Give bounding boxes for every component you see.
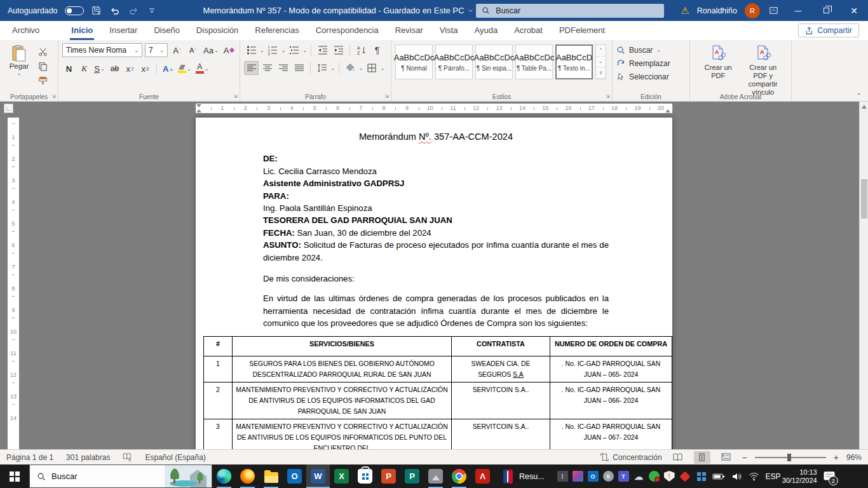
tray-badge-icon[interactable]: S <box>603 471 614 482</box>
cut-icon[interactable] <box>38 47 48 57</box>
bold-button[interactable]: N <box>62 62 76 76</box>
style-scroll-down-icon[interactable]: ⌄ <box>596 57 606 68</box>
close-button[interactable]: ✕ <box>840 0 868 21</box>
avatar[interactable]: R <box>745 3 760 18</box>
justify-button[interactable] <box>292 61 306 75</box>
bullets-button[interactable] <box>244 43 259 57</box>
tab-disposición[interactable]: Disposición <box>188 21 247 40</box>
tab-vista[interactable]: Vista <box>431 21 466 40</box>
tab-pdfelement[interactable]: PDFelement <box>551 21 613 40</box>
align-left-button[interactable] <box>244 61 259 75</box>
customize-quick-access-icon[interactable] <box>146 5 158 17</box>
tab-acrobat[interactable]: Acrobat <box>506 21 551 40</box>
change-case-button[interactable]: Aa⌄ <box>202 43 220 57</box>
scrollbar-thumb[interactable] <box>861 179 867 219</box>
tray-outlook-icon[interactable]: O <box>588 471 599 482</box>
create-pdf-button[interactable]: A Crear un PDF <box>699 45 738 97</box>
read-mode-button[interactable] <box>670 451 686 464</box>
word-count[interactable]: 301 palabras <box>66 453 110 462</box>
align-center-button[interactable] <box>260 61 275 75</box>
font-size-combo[interactable]: 7⌄ <box>145 43 168 57</box>
taskbar-app-publisher[interactable]: P <box>400 464 424 488</box>
tray-security-shield-icon[interactable]: ! <box>664 471 675 482</box>
right-indent-marker[interactable] <box>665 109 670 112</box>
taskbar-app-chrome[interactable] <box>447 464 471 488</box>
autosave-toggle[interactable] <box>65 6 84 15</box>
grow-font-button[interactable]: Aˆ <box>170 43 184 57</box>
styles-dialog-launcher-icon[interactable]: ⇲ <box>606 93 610 99</box>
text-effects-button[interactable]: A⌄ <box>161 62 175 76</box>
select-button[interactable]: Seleccionar <box>616 70 686 83</box>
zoom-level[interactable]: 96% <box>846 453 862 462</box>
search-highlight-image[interactable] <box>165 465 212 487</box>
font-family-combo[interactable]: Times New Roma⌄ <box>62 43 142 57</box>
underline-button[interactable]: S⌄ <box>93 62 106 76</box>
font-color-button[interactable]: A⌄ <box>194 62 210 76</box>
taskbar-app-photos[interactable] <box>424 464 447 488</box>
find-button[interactable]: Buscar⌄ <box>616 43 686 57</box>
tab-selector[interactable]: ∟ <box>4 104 13 113</box>
collapse-ribbon-icon[interactable]: ⌃ <box>857 92 862 99</box>
style-scroll-up-icon[interactable]: ⌃ <box>596 45 606 57</box>
borders-button[interactable] <box>364 61 379 75</box>
show-formatting-marks-button[interactable]: ¶ <box>370 43 384 57</box>
volume-icon[interactable] <box>731 471 742 482</box>
proofing-errors-icon[interactable] <box>123 452 132 462</box>
hanging-indent-marker[interactable] <box>196 109 201 112</box>
line-spacing-button[interactable] <box>315 61 329 75</box>
strikethrough-button[interactable]: ab <box>108 62 121 76</box>
horizontal-ruler[interactable]: 1234567891011121314151617181920 <box>196 104 672 113</box>
taskbar-app-file-explorer[interactable] <box>259 464 283 488</box>
numbering-button[interactable]: 123 <box>266 43 280 57</box>
language-tray-indicator[interactable]: ESP <box>766 472 781 481</box>
notification-center-button[interactable]: 2 <box>818 464 840 488</box>
user-name[interactable]: Ronaldhiño <box>697 6 737 15</box>
share-button[interactable]: Compartir <box>798 24 859 37</box>
tab-insertar[interactable]: Insertar <box>101 21 146 40</box>
zoom-slider-thumb[interactable] <box>787 454 791 461</box>
nba-icon[interactable] <box>503 470 513 484</box>
copy-icon[interactable] <box>38 62 48 71</box>
ribbon-display-options-icon[interactable] <box>768 5 779 17</box>
zoom-out-button[interactable]: − <box>742 452 747 463</box>
tab-referencias[interactable]: Referencias <box>247 21 307 40</box>
document-page[interactable]: Memorándum Nº. 357-AA-CCM-2024 DE:Lic. C… <box>196 118 672 449</box>
taskbar-window-label[interactable]: Resu... <box>519 472 545 481</box>
tray-film-icon[interactable] <box>573 471 583 482</box>
taskbar-app-acrobat[interactable]: Λ <box>471 464 494 488</box>
paragraph-dialog-launcher-icon[interactable]: ⇲ <box>384 93 389 99</box>
superscript-button[interactable]: x2 <box>139 62 152 76</box>
paste-button[interactable]: Pegar ⌄ <box>4 43 34 86</box>
style-card[interactable]: AaBbCcDc¶ Normal <box>395 44 433 79</box>
multilevel-list-button[interactable] <box>287 43 301 57</box>
tab-correspondencia[interactable]: Correspondencia <box>308 21 387 40</box>
taskbar-search[interactable]: Buscar <box>29 464 212 488</box>
zoom-in-button[interactable]: + <box>834 452 839 463</box>
highlight-button[interactable]: ⌄ <box>177 62 193 76</box>
style-card[interactable]: AaBbCcDc¶ Párrafo... <box>435 44 473 79</box>
blue-squares-icon[interactable] <box>697 472 706 481</box>
italic-button[interactable]: K <box>78 62 91 76</box>
replace-button[interactable]: Reemplazar <box>616 57 686 70</box>
taskbar-app-outlook[interactable]: O <box>283 464 306 488</box>
format-painter-icon[interactable] <box>38 76 48 86</box>
language-indicator[interactable]: Español (España) <box>145 453 205 462</box>
font-dialog-launcher-icon[interactable]: ⇲ <box>233 93 238 99</box>
clear-formatting-button[interactable]: A <box>222 43 236 57</box>
page-indicator[interactable]: Página 1 de 1 <box>6 453 53 462</box>
tab-diseño[interactable]: Diseño <box>146 21 187 40</box>
tab-ayuda[interactable]: Ayuda <box>466 21 506 40</box>
tray-onedrive-icon[interactable]: ☁ <box>634 471 644 482</box>
taskbar-app-excel[interactable]: X <box>330 464 353 488</box>
save-icon[interactable] <box>91 5 102 17</box>
taskbar-app-powerpoint[interactable]: P <box>377 464 400 488</box>
style-card[interactable]: AaBbCcDc¶ Table Pa... <box>515 44 553 79</box>
subscript-button[interactable]: x2 <box>123 62 137 76</box>
clipboard-dialog-launcher-icon[interactable]: ⇲ <box>51 93 56 99</box>
vertical-scrollbar[interactable] <box>859 102 868 449</box>
tray-teams-icon[interactable]: T <box>618 471 629 482</box>
warning-icon[interactable]: ⚠ <box>681 5 689 17</box>
create-pdf-share-button[interactable]: A Crear un PDF y compartir vínculo <box>744 45 783 97</box>
minimize-button[interactable]: ─ <box>784 0 812 21</box>
taskbar-app-firefox[interactable] <box>236 464 259 488</box>
